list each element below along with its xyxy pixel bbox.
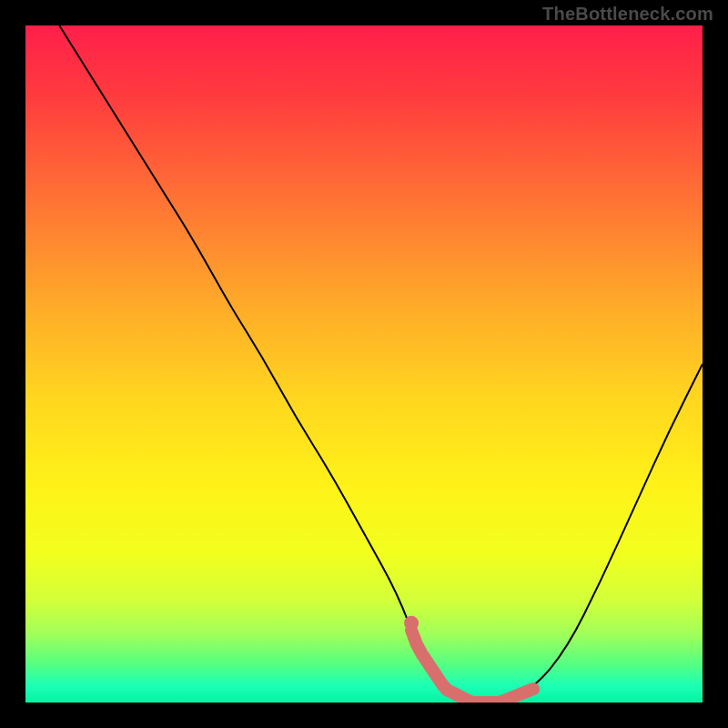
optimal-range-highlight [411,631,533,703]
highlight-start-dot [404,616,419,631]
bottleneck-curve [59,25,703,703]
chart-frame: TheBottleneck.com [0,0,728,728]
curve-layer [25,25,703,703]
watermark-text: TheBottleneck.com [542,4,713,25]
plot-area [25,25,703,703]
